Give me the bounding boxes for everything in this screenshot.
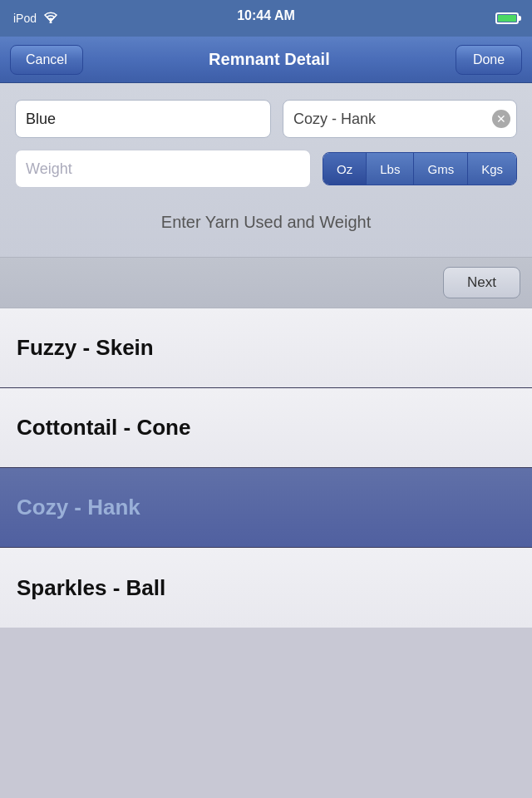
- wifi-icon: [43, 12, 58, 26]
- main-content: ✕ Oz Lbs Gms Kgs Enter Yarn Used and Wei…: [0, 83, 532, 257]
- svg-point-0: [50, 21, 52, 23]
- status-bar: iPod 10:44 AM: [0, 0, 532, 37]
- yarn-input[interactable]: [283, 100, 517, 138]
- unit-oz-button[interactable]: Oz: [323, 153, 367, 185]
- unit-kgs-button[interactable]: Kgs: [468, 153, 516, 185]
- form-row-1: ✕: [15, 100, 517, 138]
- next-area: Next: [0, 258, 532, 308]
- next-button[interactable]: Next: [443, 267, 520, 298]
- status-time: 10:44 AM: [237, 8, 295, 23]
- done-button[interactable]: Done: [456, 45, 522, 75]
- picker-item-cozy-hank[interactable]: Cozy - Hank: [0, 468, 532, 548]
- picker-item-label: Fuzzy - Skein: [17, 335, 154, 361]
- device-label: iPod: [13, 12, 37, 25]
- battery-fill: [498, 15, 516, 22]
- status-right: [495, 12, 519, 24]
- picker-item-label: Cozy - Hank: [17, 495, 140, 520]
- color-input[interactable]: [15, 100, 271, 138]
- unit-gms-button[interactable]: Gms: [414, 153, 468, 185]
- picker-item-label: Sparkles - Ball: [17, 575, 165, 601]
- cancel-button[interactable]: Cancel: [10, 45, 83, 75]
- unit-selector: Oz Lbs Gms Kgs: [323, 152, 517, 185]
- yarn-input-wrapper: ✕: [283, 100, 517, 138]
- picker-item-cottontail-cone[interactable]: Cottontail - Cone: [0, 388, 532, 468]
- unit-lbs-button[interactable]: Lbs: [367, 153, 414, 185]
- form-row-2: Oz Lbs Gms Kgs: [15, 150, 517, 188]
- picker-item-sparkles-ball[interactable]: Sparkles - Ball: [0, 548, 532, 628]
- battery-icon: [495, 12, 519, 24]
- status-left: iPod: [13, 12, 58, 26]
- nav-title: Remnant Detail: [209, 50, 330, 69]
- nav-bar: Cancel Remnant Detail Done: [0, 37, 532, 83]
- weight-input[interactable]: [15, 150, 311, 188]
- picker-item-label: Cottontail - Cone: [17, 415, 190, 441]
- picker-item-fuzzy-skein[interactable]: Fuzzy - Skein: [0, 308, 532, 388]
- clear-yarn-button[interactable]: ✕: [492, 110, 510, 128]
- picker-list: Fuzzy - Skein Cottontail - Cone Cozy - H…: [0, 308, 532, 628]
- hint-text: Enter Yarn Used and Weight: [15, 200, 517, 249]
